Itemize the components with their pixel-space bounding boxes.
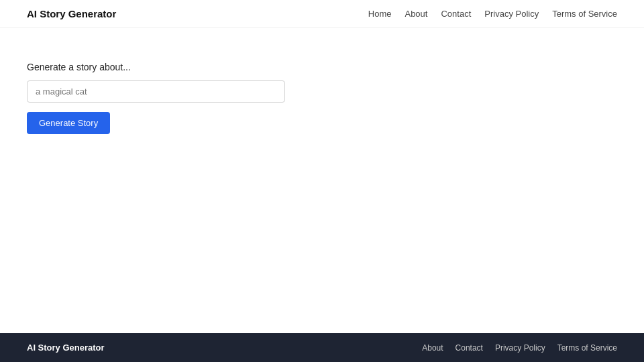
- footer-nav-contact[interactable]: Contact: [455, 343, 483, 353]
- footer-logo: AI Story Generator: [27, 343, 105, 353]
- generate-story-button[interactable]: Generate Story: [27, 112, 110, 134]
- nav-contact[interactable]: Contact: [441, 9, 471, 19]
- site-header: AI Story Generator Home About Contact Pr…: [0, 0, 644, 28]
- header-logo: AI Story Generator: [27, 8, 116, 19]
- nav-terms[interactable]: Terms of Service: [552, 9, 617, 19]
- main-content: Generate a story about... Generate Story: [0, 28, 644, 333]
- footer-nav-about[interactable]: About: [422, 343, 443, 353]
- footer-nav-privacy[interactable]: Privacy Policy: [495, 343, 545, 353]
- footer-nav: About Contact Privacy Policy Terms of Se…: [422, 343, 617, 353]
- story-input[interactable]: [27, 80, 285, 103]
- nav-privacy[interactable]: Privacy Policy: [484, 9, 539, 19]
- form-label: Generate a story about...: [27, 62, 131, 72]
- nav-home[interactable]: Home: [368, 9, 392, 19]
- site-footer: AI Story Generator About Contact Privacy…: [0, 333, 644, 362]
- header-nav: Home About Contact Privacy Policy Terms …: [368, 9, 617, 19]
- nav-about[interactable]: About: [405, 9, 427, 19]
- footer-nav-terms[interactable]: Terms of Service: [557, 343, 617, 353]
